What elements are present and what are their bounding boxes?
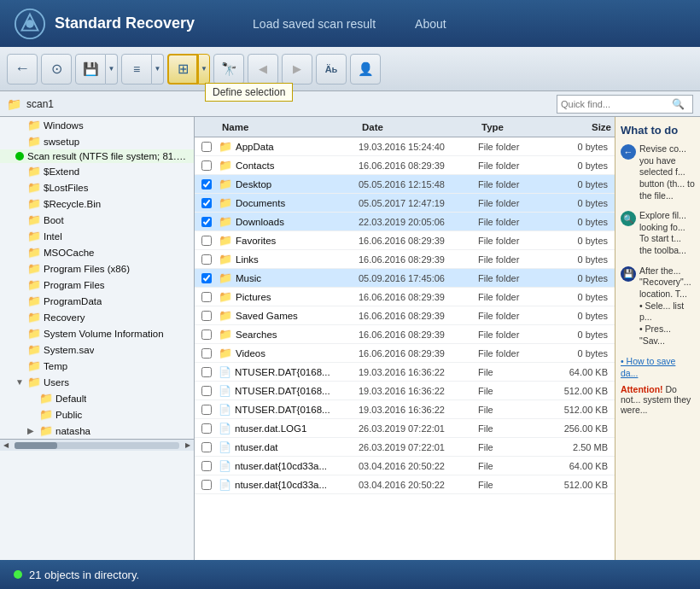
binoculars-button[interactable]: 🔭 [213,54,244,85]
file-row-contacts[interactable]: 📁 Contacts 16.06.2016 08:29:39 File fold… [195,156,615,175]
check-desktop[interactable] [195,179,219,190]
tree-item-temp[interactable]: 📁Temp [0,358,194,374]
next-button[interactable]: ▶ [282,54,312,85]
checkbox-documents[interactable] [201,198,212,208]
checkbox-favorites[interactable] [201,236,212,246]
tree-item-system-sav[interactable]: 📁System.sav [0,341,194,358]
tree-scroll[interactable]: 📁Windows📁swsetupScan result (NTFS file s… [0,117,194,560]
user-button[interactable]: 👤 [350,54,381,85]
define-selection-button[interactable]: ⊞ [167,54,198,85]
check-documents[interactable] [195,198,219,208]
file-table-body[interactable]: 📁 AppData 19.03.2016 15:24:40 File folde… [195,137,615,560]
checkbox-ntuser3[interactable] [201,405,212,415]
file-row-favorites[interactable]: 📁 Favorites 16.06.2016 08:29:39 File fol… [195,231,615,250]
check-ntuser-10cd33a-2[interactable] [195,480,219,490]
tree-item-intel[interactable]: 📁Intel [0,228,194,244]
check-music[interactable] [195,273,219,283]
checkbox-ntuser2[interactable] [201,386,212,396]
scroll-left-arrow[interactable]: ◀ [0,441,12,449]
checkbox-links[interactable] [201,254,212,265]
tree-item-program-files[interactable]: 📁Program Files [0,277,194,293]
checkbox-appdata[interactable] [201,142,212,152]
check-links[interactable] [195,254,219,265]
save-arrow[interactable]: ▼ [106,54,118,85]
file-row-ntuser1[interactable]: 📄 NTUSER.DAT{0168... 19.03.2016 16:36:22… [195,363,615,382]
check-ntuser-10cd33a-1[interactable] [195,461,219,471]
checkbox-pictures[interactable] [201,292,212,302]
check-ntuser-dat[interactable] [195,442,219,452]
tree-item-windows[interactable]: 📁Windows [0,117,194,133]
prev-button[interactable]: ◀ [248,54,278,85]
tree-expand-natasha[interactable]: ▶ [27,426,39,435]
checkbox-ntuser-10cd33a-2[interactable] [201,480,212,490]
check-ntuser3[interactable] [195,405,219,415]
checkbox-contacts[interactable] [201,160,212,171]
file-row-searches[interactable]: 📁 Searches 16.06.2016 08:29:39 File fold… [195,325,615,344]
tree-item-lostfiles[interactable]: 📁$LostFiles [0,179,194,195]
check-pictures[interactable] [195,292,219,302]
tree-item-scan-result[interactable]: Scan result (NTFS file system; 81.67 G [0,149,194,163]
file-row-downloads[interactable]: 📁 Downloads 22.03.2019 20:05:06 File fol… [195,213,615,231]
check-ntuser1[interactable] [195,367,219,377]
list-button[interactable]: ≡ [121,54,152,85]
checkbox-ntuser-dat[interactable] [201,442,212,452]
tree-item-public[interactable]: 📁Public [0,406,194,423]
list-arrow[interactable]: ▼ [152,54,164,85]
file-row-pictures[interactable]: 📁 Pictures 16.06.2016 08:29:39 File fold… [195,288,615,306]
tree-item-default[interactable]: 📁Default [0,390,194,406]
checkbox-searches[interactable] [201,329,212,340]
tree-item-recycle[interactable]: 📁$Recycle.Bin [0,195,194,212]
font-button[interactable]: Äь [316,54,347,85]
scroll-thumb[interactable] [15,442,57,449]
how-to-save-link-text[interactable]: • How to save da... [621,356,675,378]
check-ntuser2[interactable] [195,386,219,396]
file-row-documents[interactable]: 📁 Documents 05.05.2017 12:47:19 File fol… [195,194,615,213]
how-to-save-link[interactable]: • How to save da... [621,355,695,379]
file-row-videos[interactable]: 📁 Videos 16.06.2016 08:29:39 File folder… [195,344,615,363]
file-row-appdata[interactable]: 📁 AppData 19.03.2016 15:24:40 File folde… [195,137,615,156]
tree-item-swsetup[interactable]: 📁swsetup [0,133,194,149]
file-row-saved-games[interactable]: 📁 Saved Games 16.06.2016 08:29:39 File f… [195,306,615,325]
search-input[interactable] [561,99,672,109]
check-downloads[interactable] [195,217,219,227]
check-videos[interactable] [195,348,219,359]
scroll-right-arrow[interactable]: ▶ [182,441,194,449]
save-button[interactable]: 💾 [75,54,106,85]
checkbox-desktop[interactable] [201,179,212,190]
checkbox-ntuser1[interactable] [201,367,212,377]
check-favorites[interactable] [195,236,219,246]
tree-item-system-volume[interactable]: 📁System Volume Information [0,325,194,341]
check-ntuser-log1[interactable] [195,423,219,434]
file-row-ntuser-dat[interactable]: 📄 ntuser.dat 26.03.2019 07:22:01 File 2.… [195,438,615,457]
tree-item-programdata[interactable]: 📁ProgramData [0,293,194,309]
file-row-music[interactable]: 📁 Music 05.09.2016 17:45:06 File folder … [195,269,615,288]
nav-load-scan[interactable]: Load saved scan result [246,14,382,34]
back-button[interactable]: ← [7,54,38,85]
checkbox-music[interactable] [201,273,212,283]
checkbox-saved-games[interactable] [201,311,212,321]
file-row-ntuser3[interactable]: 📄 NTUSER.DAT{0168... 19.03.2016 16:36:22… [195,400,615,419]
tree-item-boot[interactable]: 📁Boot [0,212,194,228]
file-row-ntuser2[interactable]: 📄 NTUSER.DAT{0168... 19.03.2016 16:36:22… [195,382,615,400]
tree-item-program-files-x86[interactable]: 📁Program Files (x86) [0,260,194,277]
col-size-header[interactable]: Size [546,122,615,132]
col-name-header[interactable]: Name [219,122,359,132]
define-selection-arrow[interactable]: ▼ [198,54,210,85]
col-date-header[interactable]: Date [359,122,478,132]
tree-expand-users[interactable]: ▼ [15,377,27,387]
checkbox-ntuser-10cd33a-1[interactable] [201,461,212,471]
col-type-header[interactable]: Type [478,122,546,132]
file-row-desktop[interactable]: 📁 Desktop 05.05.2016 12:15:48 File folde… [195,175,615,194]
tree-item-extend[interactable]: 📁$Extend [0,163,194,179]
search-box[interactable]: 🔍 [557,95,693,114]
checkbox-videos[interactable] [201,348,212,359]
checkbox-ntuser-log1[interactable] [201,423,212,434]
file-row-links[interactable]: 📁 Links 16.06.2016 08:29:39 File folder … [195,250,615,269]
tree-item-recovery[interactable]: 📁Recovery [0,309,194,325]
search-button[interactable]: ⊙ [41,54,72,85]
file-row-ntuser-10cd33a-2[interactable]: 📄 ntuser.dat{10cd33a... 03.04.2016 20:50… [195,475,615,494]
check-contacts[interactable] [195,160,219,171]
check-searches[interactable] [195,329,219,340]
checkbox-downloads[interactable] [201,217,212,227]
file-row-ntuser-log1[interactable]: 📄 ntuser.dat.LOG1 26.03.2019 07:22:01 Fi… [195,419,615,438]
